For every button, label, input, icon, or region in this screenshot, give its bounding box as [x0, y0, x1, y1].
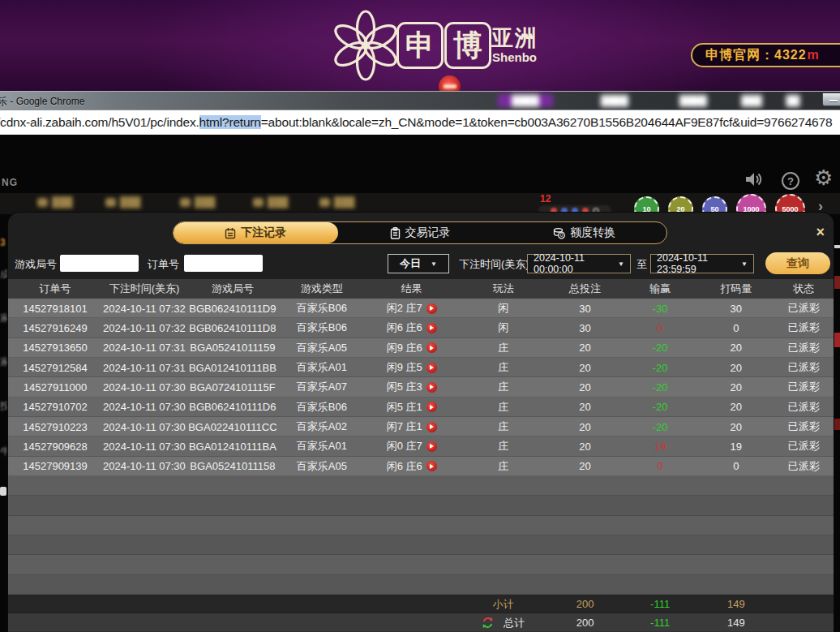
nav-item-blurred[interactable]: ██: [780, 94, 806, 107]
occluded-text-fragment: 家: [0, 355, 7, 369]
nav-item-blurred[interactable]: ███: [734, 94, 769, 107]
column-header: 订单号: [8, 279, 102, 299]
result-text: 闲0 庄7: [387, 439, 422, 454]
modal-tabs: 下注记录 交易记录 0 额度转换: [173, 221, 667, 244]
browser-titlebar[interactable]: 乐 - Google Chrome █████████████████: [0, 91, 840, 110]
replay-icon[interactable]: [426, 441, 437, 452]
table-row: 145279136502024-10-11 07:31BGA0524101115…: [8, 338, 834, 358]
tab-bet-records[interactable]: 下注记录: [174, 222, 338, 243]
occluded-text-fragment: 投: [0, 399, 7, 413]
result-text: 闲2 庄7: [387, 301, 422, 316]
replay-icon[interactable]: [426, 422, 437, 432]
url-text-tail: =about:blank&locale=zh_CN&mode=1&token=c…: [261, 115, 833, 129]
empty-row: [8, 516, 834, 535]
total-winloss: -111: [622, 613, 698, 632]
tab-label: 下注记录: [241, 226, 286, 240]
occluded-right-fragment: [834, 333, 840, 347]
nav-item-blurred[interactable]: ████: [667, 94, 719, 107]
empty-row: [8, 476, 834, 496]
replay-icon[interactable]: [426, 303, 437, 314]
official-site-suffix: m: [808, 48, 820, 62]
chevron-down-icon: ▼: [618, 260, 624, 268]
records-modal: 下注记录 交易记录 0 额度转换 ×: [8, 213, 834, 632]
logo-region-text: 亚洲: [491, 24, 538, 53]
column-header: 输赢: [622, 279, 698, 299]
window-title: 乐 - Google Chrome: [0, 95, 84, 109]
table-row: 145279096282024-10-11 07:30BGA012410111B…: [8, 436, 834, 456]
total-turnover: 149: [698, 613, 774, 632]
chevron-down-icon: ▼: [741, 260, 748, 268]
column-header: 打码量: [698, 279, 774, 299]
occluded-left-fragment: [0, 487, 6, 496]
tab-label: 交易记录: [405, 226, 451, 240]
empty-row: [8, 496, 834, 515]
close-icon[interactable]: ×: [816, 225, 825, 239]
category-icon: [37, 198, 48, 207]
replay-icon[interactable]: [426, 342, 437, 353]
nav-item-blurred[interactable]: ████: [589, 94, 640, 107]
order-label: 订单号: [148, 257, 179, 272]
column-header: 总投注: [548, 279, 623, 299]
replay-icon[interactable]: [426, 461, 437, 471]
site-header: 申 博 亚洲 Shenbo 申博官网：4322m: [0, 0, 840, 91]
date-to-picker[interactable]: 2024-10-11 23:59:59▼: [650, 254, 754, 273]
category-icon: [180, 198, 191, 207]
empty-row: [8, 555, 834, 574]
table-row: 145279107022024-10-11 07:30BGB062410111D…: [8, 398, 834, 417]
volume-icon[interactable]: [745, 171, 765, 187]
url-selected-text: html?return: [199, 115, 261, 129]
logo-latin-text: Shenbo: [492, 50, 537, 64]
ledger-icon: [225, 227, 236, 239]
url-text: /cdnx-ali.zabaih.com/h5V01/pc/index.: [0, 115, 199, 129]
replay-icon[interactable]: [426, 402, 437, 412]
browser-address-bar[interactable]: /cdnx-ali.zabaih.com/h5V01/pc/index.html…: [0, 110, 840, 135]
occluded-text-fragment: 成: [0, 268, 7, 282]
category-icon: [105, 198, 116, 207]
result-text: 闲9 庄6: [387, 341, 422, 355]
tab-quota-transfer[interactable]: 0 额度转换: [502, 222, 666, 243]
game-category-item[interactable]: ███: [37, 196, 73, 208]
replay-icon[interactable]: [426, 363, 437, 373]
order-input[interactable]: [184, 255, 263, 272]
total-bet: 200: [548, 613, 623, 632]
total-label: 总计: [504, 616, 525, 630]
empty-row: [8, 575, 834, 595]
official-site-banner[interactable]: 申博官网：4322m: [691, 43, 840, 67]
tab-label: 额度转换: [570, 226, 615, 240]
refresh-swap-icon[interactable]: [482, 617, 494, 629]
table-row: 145279091392024-10-11 07:30BGA0524101115…: [8, 457, 834, 476]
replay-icon[interactable]: [426, 382, 437, 393]
occluded-text-fragment: 3: [0, 237, 7, 248]
chip-count-badge: 12: [540, 193, 551, 204]
column-header: 状态: [774, 279, 834, 299]
logo-char-bo: 博: [444, 22, 491, 69]
column-header: 下注时间(美东): [102, 279, 186, 299]
category-icon: [253, 198, 264, 207]
game-category-item[interactable]: ███: [105, 196, 141, 208]
to-label: 至: [636, 257, 647, 272]
date-from-picker[interactable]: 2024-10-11 00:00:00▼: [527, 254, 631, 273]
table-row: 145279125842024-10-11 07:31BGA012410111B…: [8, 358, 834, 377]
game-category-item[interactable]: ███: [253, 196, 289, 208]
date-range-select[interactable]: 今日▼: [388, 254, 449, 273]
minimize-button[interactable]: [822, 92, 840, 106]
settings-gear-icon[interactable]: ⚙: [814, 166, 833, 191]
category-icon: [319, 198, 330, 207]
nav-item-blurred[interactable]: ████: [498, 94, 553, 107]
lotus-logo-icon: [328, 8, 403, 83]
table-row: 145279181012024-10-11 07:32BGB062410111D…: [8, 299, 834, 318]
round-label: 游戏局号: [15, 257, 57, 272]
result-text: 闲5 庄3: [387, 380, 422, 394]
subtotal-turnover: 149: [698, 595, 774, 613]
game-category-item[interactable]: ███: [319, 196, 355, 208]
column-header: 结果: [365, 279, 459, 299]
game-category-item[interactable]: ███: [180, 196, 216, 208]
tab-transaction-records[interactable]: 交易记录: [338, 222, 503, 243]
search-button[interactable]: 查询: [765, 252, 830, 274]
result-text: 闲6 庄6: [387, 459, 422, 474]
subtotal-winloss: -111: [622, 595, 698, 613]
round-input[interactable]: [60, 255, 139, 272]
replay-icon[interactable]: [426, 323, 437, 333]
official-site-label: 申博官网：4322: [705, 47, 807, 64]
help-icon[interactable]: ?: [782, 172, 799, 190]
